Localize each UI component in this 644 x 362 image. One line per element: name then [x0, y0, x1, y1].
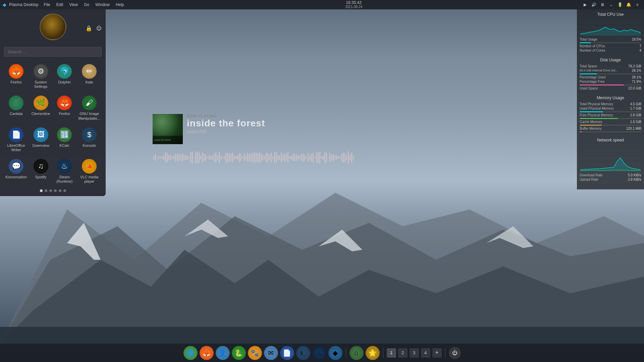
memory-section: Memory Usage Total Physical Memory 4.5 G…: [580, 96, 641, 132]
waveform-bar-15: [178, 154, 179, 161]
clock-time: 16:35:42: [346, 0, 362, 5]
waveform-bar-31: [205, 154, 206, 161]
waveform-bar-67: [266, 153, 267, 162]
waveform-bar-109: [336, 155, 337, 160]
waveform-bar-91: [306, 157, 307, 158]
menu-edit[interactable]: Edit: [54, 2, 66, 8]
menu-help[interactable]: Help: [113, 2, 127, 8]
memory-title: Memory Usage: [580, 96, 641, 100]
waveform-bar-107: [333, 154, 334, 161]
cpu-usage-bar: [580, 42, 641, 43]
add-workspace-button[interactable]: +: [432, 348, 442, 358]
page-dot-0[interactable]: [40, 189, 43, 192]
app-icon-spotify: ♫: [34, 159, 48, 174]
page-dot-3[interactable]: [54, 189, 57, 192]
app-item-clementine[interactable]: 🌿 Clementine: [30, 93, 52, 123]
app-item-konsole[interactable]: $ Konsole: [77, 125, 102, 155]
app-item-firefox[interactable]: 🦊 Firefox: [4, 61, 28, 92]
app-item-kate[interactable]: ✏ Kate: [77, 61, 102, 92]
menu-window[interactable]: Window: [93, 2, 112, 8]
taskbar-steam[interactable]: ♨: [312, 346, 326, 360]
app-label-dolphin: Dolphin: [58, 80, 71, 84]
waveform-bar-75: [279, 155, 280, 160]
waveform-bar-95: [313, 153, 314, 163]
clock-date: 2021-08-24: [345, 5, 362, 9]
app-label-vlc: VLC media player: [78, 175, 100, 184]
taskbar-users[interactable]: 👤: [216, 346, 230, 360]
mem-cache: Cache Memory 1.6 GiB: [580, 120, 641, 124]
waveform-bar-18: [183, 155, 184, 161]
app-item-spotify[interactable]: ♫ Spotify: [30, 156, 52, 186]
app-label-libreoffice: LibreOffice Writer: [5, 143, 27, 152]
taskbar-firefox[interactable]: 🦊: [200, 346, 214, 360]
app-item-dolphin[interactable]: 🐬 Dolphin: [53, 61, 76, 92]
app-item-gwenview[interactable]: 🖼 Gwenview: [30, 125, 52, 155]
workspace-1[interactable]: 1: [387, 348, 396, 358]
plasma-logo[interactable]: ◆: [3, 2, 6, 7]
app-item-system-settings[interactable]: ⚙ System Settings: [30, 61, 52, 92]
app-item-firefox2[interactable]: 🦊 Firefox: [53, 93, 76, 123]
workspace-2[interactable]: 2: [398, 348, 408, 358]
search-input[interactable]: [4, 47, 102, 57]
waveform-bar-84: [294, 154, 295, 161]
app-item-cantata[interactable]: 🎵 Cantata: [4, 93, 28, 123]
menu-view[interactable]: View: [66, 2, 80, 8]
waveform-bar-85: [296, 154, 297, 161]
app-icon-vlc: 🔺: [82, 159, 97, 174]
display-icon[interactable]: 🖥: [600, 2, 605, 7]
app-label-clementine: Clementine: [32, 112, 50, 116]
media-icon[interactable]: ▶: [582, 2, 588, 7]
waveform-bar-77: [282, 155, 283, 161]
taskbar-orange-app[interactable]: 🐾: [248, 346, 262, 360]
app-label-konsole: Konsole: [83, 143, 96, 148]
waveform-bar-34: [210, 156, 211, 160]
power-icon[interactable]: ⏻: [96, 25, 102, 32]
lock-icon[interactable]: 🔒: [86, 25, 92, 32]
taskbar-kde-menu[interactable]: 🌀: [183, 346, 198, 360]
taskbar-kde[interactable]: ◆: [328, 346, 342, 360]
waveform-bar-119: [353, 155, 354, 160]
waveform-bar-90: [304, 154, 305, 161]
app-item-libreoffice[interactable]: 📄 LibreOffice Writer: [4, 125, 28, 155]
taskbar-green-app[interactable]: 🐍: [232, 346, 246, 360]
waveform-bar-81: [289, 156, 290, 159]
hamburger-icon[interactable]: ≡: [635, 2, 640, 7]
taskbar-doc[interactable]: 📄: [280, 346, 294, 360]
workspace-4[interactable]: 4: [421, 348, 430, 358]
menu-go[interactable]: Go: [81, 2, 92, 8]
cpu-total-usage: Total Usage 18.5%: [580, 38, 641, 41]
waveform-visualizer: [153, 144, 354, 171]
app-item-vlc[interactable]: 🔺 VLC media player: [77, 156, 102, 186]
waveform-bar-111: [339, 157, 340, 159]
app-item-gimp[interactable]: 🖌 GNU Image Manipulatio...: [77, 93, 102, 123]
waveform-bar-94: [311, 154, 312, 162]
app-icon-kate: ✏: [82, 64, 97, 79]
app-item-steam[interactable]: ♨ Steam (Runtime): [53, 156, 76, 186]
taskbar-sep3: [445, 348, 445, 358]
battery-icon[interactable]: 🔋: [617, 2, 623, 7]
waveform-bar-48: [234, 155, 235, 160]
volume-icon[interactable]: 🔊: [591, 2, 596, 7]
workspace-3[interactable]: 3: [410, 348, 419, 358]
waveform-bar-55: [246, 155, 247, 160]
taskbar-power-button[interactable]: ⏻: [449, 347, 461, 359]
page-dot-5[interactable]: [63, 189, 66, 192]
app-item-konversation[interactable]: 💬 Konversation: [4, 156, 28, 186]
app-item-kcalc[interactable]: 🔢 KCalc: [53, 125, 76, 155]
page-dot-4[interactable]: [59, 189, 61, 192]
taskbar-mail[interactable]: ✉: [264, 346, 278, 360]
waveform-bar-108: [334, 155, 335, 160]
notification-icon[interactable]: 🔔: [626, 2, 631, 7]
menu-file[interactable]: File: [41, 2, 53, 8]
waveform-bar-101: [323, 155, 324, 160]
plasma-desktop-label[interactable]: Plasma Desktop: [9, 2, 38, 7]
chevron-down-icon[interactable]: ⌄: [608, 2, 614, 7]
taskbar-terminal[interactable]: $_: [296, 346, 310, 360]
page-dot-2[interactable]: [49, 189, 52, 192]
application-menu: 🔒 ⏻ 🦊 Firefox ⚙ System Settings 🐬 Dolphi…: [0, 9, 106, 196]
waveform-bar-0: [153, 156, 154, 160]
taskbar-star[interactable]: ⭐: [366, 346, 380, 360]
page-dot-1[interactable]: [45, 189, 47, 192]
taskbar-home[interactable]: ⌂: [350, 346, 364, 360]
waveform-bar-43: [225, 153, 226, 162]
